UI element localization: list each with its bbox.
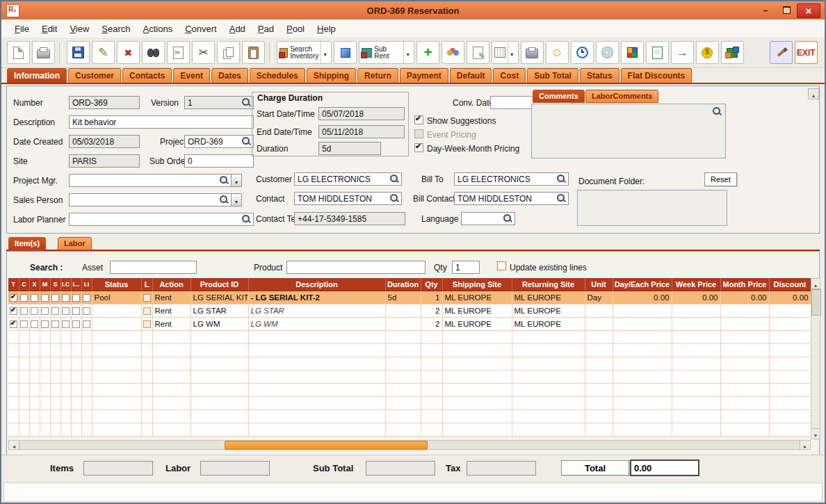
returning-site-cell[interactable]: ML EUROPE <box>512 304 585 318</box>
search-icon[interactable] <box>557 194 566 203</box>
row-checkbox[interactable] <box>51 307 59 315</box>
row-checkbox[interactable] <box>31 320 38 328</box>
search-icon[interactable] <box>503 214 512 223</box>
edit-note-button[interactable] <box>467 41 489 64</box>
tab-customer[interactable]: Customer <box>68 68 121 83</box>
search-icon[interactable] <box>242 215 251 224</box>
col-qty[interactable]: Qty <box>421 278 442 291</box>
description-cell[interactable]: LG STAR <box>248 304 385 318</box>
find-button[interactable] <box>142 41 165 64</box>
status-cell[interactable] <box>92 318 141 331</box>
menu-pad[interactable]: Pad <box>252 21 280 37</box>
project-field[interactable]: ORD-369 <box>184 135 254 148</box>
week-price-cell[interactable] <box>672 304 720 318</box>
product-id-cell[interactable]: LG SERIAL KIT-2 <box>191 291 248 304</box>
row-checkbox[interactable] <box>72 307 80 315</box>
col-action[interactable]: Action <box>152 278 191 291</box>
description-cell[interactable]: - LG SERIAL KIT-2 <box>248 291 385 304</box>
time-button[interactable] <box>571 41 594 64</box>
col-duration[interactable]: Duration <box>385 278 421 291</box>
col-month-price[interactable]: Month Price <box>720 278 769 291</box>
search-icon[interactable] <box>220 195 229 204</box>
qty-cell[interactable]: 1 <box>421 291 442 304</box>
dwm-pricing-checkbox[interactable] <box>414 143 423 152</box>
menu-add[interactable]: Add <box>223 21 252 37</box>
row-checkbox[interactable] <box>83 307 90 315</box>
row-checkbox[interactable] <box>62 307 70 315</box>
tab-shipping[interactable]: Shipping <box>307 68 356 83</box>
start-date-field[interactable]: 05/07/2018 <box>318 107 405 120</box>
status-cell[interactable] <box>92 304 141 318</box>
copy-button[interactable] <box>217 41 240 64</box>
tab-sub-total[interactable]: Sub Total <box>527 68 578 83</box>
duration-cell[interactable] <box>385 318 421 331</box>
cut-button[interactable] <box>192 41 215 64</box>
row-checkbox[interactable] <box>41 294 49 302</box>
discount-cell[interactable]: 0.00 <box>769 291 811 304</box>
vertical-scrollbar[interactable] <box>811 278 820 439</box>
col-product-id[interactable]: Product ID <box>191 278 248 291</box>
tab-contacts[interactable]: Contacts <box>122 68 172 83</box>
scroll-left-button[interactable] <box>9 441 19 449</box>
scroll-right-button[interactable] <box>800 441 810 449</box>
row-checkbox[interactable] <box>83 320 90 328</box>
search-icon[interactable] <box>390 174 399 184</box>
qty-input[interactable] <box>452 261 480 274</box>
qty-cell[interactable]: 2 <box>421 304 442 318</box>
paste-button[interactable] <box>242 41 265 64</box>
row-checkbox[interactable] <box>51 294 59 302</box>
row-checkbox[interactable] <box>41 320 49 328</box>
tab-labor[interactable]: Labor <box>58 237 92 250</box>
delete-button[interactable] <box>117 41 140 64</box>
col-ic[interactable]: I.C <box>60 278 71 291</box>
show-suggestions-checkbox[interactable] <box>414 115 423 124</box>
action-cell[interactable]: Rent <box>152 318 191 331</box>
col-m[interactable]: M <box>40 278 50 291</box>
save-button[interactable] <box>67 41 90 64</box>
search-inventory-dropdown[interactable] <box>321 42 329 63</box>
row-checkbox[interactable] <box>10 320 17 328</box>
col-discount[interactable]: Discount <box>769 278 811 291</box>
duration-cell[interactable]: 5d <box>385 291 421 304</box>
scroll-up-button[interactable] <box>811 279 820 289</box>
language-field[interactable] <box>461 212 515 225</box>
sub-rent-button[interactable]: Sub Rent <box>359 41 414 64</box>
vscroll-track[interactable] <box>811 289 820 428</box>
row-checkbox[interactable] <box>31 294 38 302</box>
product-cube-button[interactable] <box>334 41 357 64</box>
wand-button[interactable] <box>770 41 793 64</box>
col-week-price[interactable]: Week Price <box>672 278 720 291</box>
asset-input[interactable] <box>110 261 197 274</box>
print-button[interactable] <box>32 41 55 64</box>
hscroll-track[interactable] <box>19 441 800 449</box>
new-document-button[interactable] <box>7 41 30 64</box>
add-button[interactable] <box>416 41 439 64</box>
month-price-cell[interactable] <box>720 318 769 331</box>
bill-to-field[interactable]: LG ELECTRONICS <box>454 172 569 186</box>
fax-button[interactable] <box>521 41 544 64</box>
inventory-cubes-button[interactable] <box>621 41 644 64</box>
table-row[interactable]: Rent LG STAR LG STAR 2 ML EUROPE ML EURO… <box>8 304 811 318</box>
col-s[interactable]: S <box>50 278 60 291</box>
sub-orders-field[interactable]: 0 <box>184 154 254 168</box>
reset-button[interactable]: Reset <box>704 172 737 186</box>
col-description[interactable]: Description <box>248 278 385 291</box>
col-day-each-price[interactable]: Day/Each Price <box>613 278 672 291</box>
col-l[interactable]: L <box>141 278 152 291</box>
minimize-button[interactable] <box>756 3 775 17</box>
description-cell[interactable]: LG WM <box>248 318 385 331</box>
row-checkbox[interactable] <box>20 294 28 302</box>
qty-cell[interactable]: 2 <box>421 318 442 331</box>
contact-tel-field[interactable]: +44-17-5349-1585 <box>294 212 405 225</box>
table-row[interactable]: Pool Rent LG SERIAL KIT-2 - LG SERIAL KI… <box>8 291 811 304</box>
product-id-cell[interactable]: LG STAR <box>191 304 248 318</box>
menu-pool[interactable]: Pool <box>280 21 311 37</box>
row-checkbox[interactable] <box>62 294 70 302</box>
menu-edit[interactable]: Edit <box>35 21 63 37</box>
week-price-cell[interactable]: 0.00 <box>672 291 720 304</box>
crew-button[interactable] <box>546 41 569 64</box>
sales-person-field[interactable] <box>69 193 232 206</box>
assets-button[interactable] <box>721 41 744 64</box>
search-inventory-button[interactable]: SearchInventory <box>277 41 332 64</box>
l-indicator[interactable] <box>143 294 151 302</box>
